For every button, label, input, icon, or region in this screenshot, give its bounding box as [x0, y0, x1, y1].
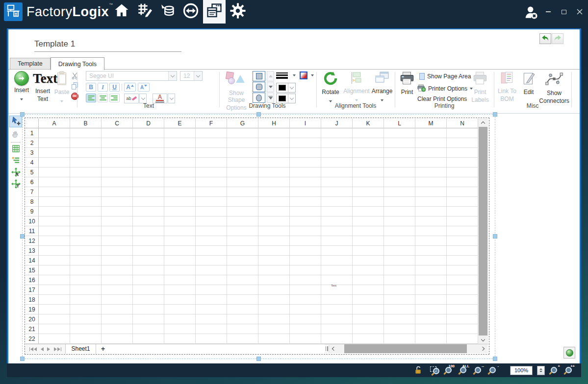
selection-handle-top-left[interactable]	[20, 112, 25, 117]
grid-cell[interactable]	[164, 138, 196, 148]
grid-cell[interactable]	[70, 275, 102, 285]
grid-cell[interactable]	[227, 256, 258, 265]
grid-cell[interactable]	[196, 334, 227, 344]
grid-cell[interactable]	[70, 168, 102, 177]
grid-cell[interactable]	[196, 138, 227, 148]
scrollbar-splitter[interactable]	[325, 345, 329, 352]
grid-cell[interactable]	[39, 158, 70, 168]
grid-cell[interactable]	[353, 295, 384, 305]
grid-cell[interactable]	[227, 226, 258, 236]
grid-cell[interactable]	[290, 216, 321, 226]
grid-cell[interactable]	[258, 295, 290, 305]
grid-cell[interactable]	[39, 334, 70, 344]
grid-cell[interactable]	[258, 334, 290, 344]
grid-cell[interactable]	[321, 305, 353, 314]
grid-cell[interactable]	[70, 305, 102, 314]
zoom-to-selection-button[interactable]	[429, 365, 439, 375]
grid-cell[interactable]	[415, 226, 447, 236]
grid-cell[interactable]	[196, 168, 227, 177]
row-header[interactable]: 21	[26, 324, 39, 334]
grid-cell[interactable]	[384, 207, 415, 216]
grid-cell[interactable]	[133, 138, 164, 148]
grid-cell[interactable]	[196, 236, 227, 246]
grid-cell[interactable]	[321, 158, 353, 168]
grid-cell[interactable]	[290, 295, 321, 305]
grid-cell[interactable]	[227, 236, 258, 246]
grid-cell[interactable]	[196, 158, 227, 168]
grid-cell[interactable]	[164, 187, 196, 197]
grid-cell[interactable]	[258, 158, 290, 168]
grid-cell[interactable]	[39, 246, 70, 256]
grid-cell[interactable]	[196, 265, 227, 275]
grid-cell[interactable]	[133, 158, 164, 168]
selection-handle-top-center[interactable]	[256, 112, 261, 117]
grid-cell[interactable]	[321, 216, 353, 226]
grid-cell[interactable]	[353, 246, 384, 256]
grid-cell[interactable]	[447, 226, 478, 236]
grid-cell[interactable]	[290, 285, 321, 295]
grid-cell[interactable]	[258, 207, 290, 216]
last-sheet-button[interactable]	[54, 347, 62, 351]
grid-cell[interactable]	[447, 197, 478, 207]
grid-cell[interactable]	[321, 168, 353, 177]
column-header[interactable]: N	[447, 119, 478, 128]
grid-cell[interactable]	[321, 265, 353, 275]
zoom-out-button[interactable]: -	[488, 365, 498, 375]
nav-planning[interactable]	[133, 0, 156, 24]
grid-cell[interactable]	[415, 324, 447, 334]
grid-cell[interactable]	[353, 265, 384, 275]
grid-cell[interactable]	[227, 305, 258, 314]
row-header[interactable]: 7	[26, 187, 39, 197]
grid-cell[interactable]	[290, 207, 321, 216]
show-connectors-button[interactable]: Show Connectors	[539, 71, 569, 104]
grid-cell[interactable]	[227, 216, 258, 226]
row-header[interactable]: 17	[26, 285, 39, 295]
grid-cell[interactable]	[227, 197, 258, 207]
shape-scroll-down-button[interactable]	[267, 82, 274, 92]
grid-cell[interactable]	[196, 177, 227, 187]
grid-cell[interactable]	[384, 275, 415, 285]
grid-cell[interactable]	[39, 138, 70, 148]
grid-cell[interactable]	[164, 275, 196, 285]
move-selected-tool[interactable]	[9, 167, 22, 179]
grid-cell[interactable]	[70, 324, 102, 334]
grid-cell[interactable]	[447, 324, 478, 334]
align-left-button[interactable]	[86, 94, 96, 102]
grid-cell[interactable]	[102, 216, 133, 226]
grid-cell[interactable]	[258, 177, 290, 187]
grid-cell[interactable]	[39, 197, 70, 207]
shape-scroll-up-button[interactable]	[267, 71, 274, 81]
grid-cell[interactable]	[353, 197, 384, 207]
grid-cell[interactable]	[133, 246, 164, 256]
grid-cell[interactable]	[39, 148, 70, 158]
grid-cell[interactable]	[321, 207, 353, 216]
grid-cell[interactable]	[164, 216, 196, 226]
line-style-button[interactable]	[276, 72, 291, 80]
shape-ellipse-button[interactable]	[253, 93, 265, 103]
grid-cell[interactable]	[353, 207, 384, 216]
grid-cell[interactable]	[133, 187, 164, 197]
grid-cell[interactable]	[290, 168, 321, 177]
cut-button[interactable]	[70, 71, 79, 80]
grid-cell[interactable]	[415, 158, 447, 168]
grid-cell[interactable]	[321, 226, 353, 236]
grid-cell[interactable]	[353, 168, 384, 177]
grid-cell[interactable]	[196, 197, 227, 207]
grid-cell[interactable]	[353, 236, 384, 246]
zoom-100-button[interactable]: 100	[444, 365, 454, 375]
grid-cell[interactable]	[133, 168, 164, 177]
canvas-action-button[interactable]	[563, 347, 575, 359]
grid-cell[interactable]	[415, 275, 447, 285]
grid-cell[interactable]	[39, 128, 70, 138]
first-sheet-button[interactable]	[29, 347, 37, 351]
grid-cell[interactable]	[321, 128, 353, 138]
grid-cell[interactable]	[384, 148, 415, 158]
grid-cell[interactable]	[415, 128, 447, 138]
grid-cell[interactable]	[164, 148, 196, 158]
printer-options-button[interactable]: ? Printer Options	[417, 84, 473, 94]
grid-cell[interactable]	[415, 207, 447, 216]
grid-cell[interactable]	[196, 148, 227, 158]
align-center-button[interactable]	[98, 94, 108, 102]
grid-cell[interactable]	[321, 285, 353, 295]
align-right-button[interactable]	[109, 94, 120, 102]
